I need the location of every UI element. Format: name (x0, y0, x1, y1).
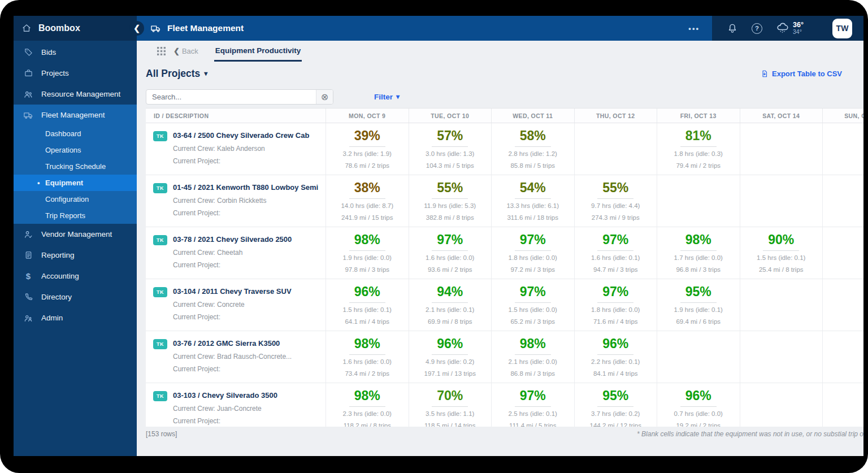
active-bullet-icon: • (37, 179, 40, 187)
truck-icon (150, 23, 161, 34)
sidebar-item-resource-management[interactable]: Resource Management (14, 84, 137, 105)
productivity-cell-blank (657, 175, 740, 227)
column-header-day: MON, OCT 9 (326, 109, 409, 123)
table-row[interactable]: TK03-76 / 2012 GMC Sierra K3500Current C… (146, 331, 863, 383)
productivity-percent: 97% (492, 284, 574, 300)
hours-idle-text: 14.0 hrs (idle: 8.7) (326, 202, 409, 209)
app-logo[interactable]: Boombox (14, 16, 137, 41)
sidebar-item-directory[interactable]: Directory (14, 287, 137, 307)
miles-trips-text: 104.3 mi / 5 trips (409, 162, 492, 169)
hours-idle-text: 2.1 hrs (idle: 0.1) (409, 306, 492, 313)
miles-trips-text: 197.1 mi / 13 trips (409, 370, 492, 377)
app-grid-icon[interactable] (157, 47, 166, 55)
search-clear-icon[interactable]: ⊗ (316, 90, 333, 104)
sidebar-subitem-equipment[interactable]: •Equipment (14, 175, 137, 191)
productivity-cell-blank (740, 279, 823, 331)
equipment-project: Current Project: (173, 417, 277, 425)
column-header-day: FRI, OCT 13 (657, 109, 740, 123)
user-avatar[interactable]: TW (832, 19, 852, 38)
productivity-cell-blank (822, 279, 863, 331)
sidebar-collapse-button[interactable]: ❮ (129, 21, 144, 36)
tabs-row: ❮ Back Equipment Productivity (137, 41, 863, 62)
hours-idle-text: 1.9 hrs (idle: 0.0) (326, 254, 409, 261)
sidebar-item-fleet-management[interactable]: Fleet Management (14, 105, 137, 125)
temperature-low: 34° (793, 29, 804, 35)
hours-idle-text: 2.2 hrs (idle: 0.1) (575, 358, 657, 365)
equipment-id-cell: TK01-45 / 2021 Kenworth T880 Lowboy Semi… (146, 175, 326, 227)
table-row[interactable]: TK03-78 / 2021 Chevy Silverado 2500Curre… (146, 227, 863, 279)
hours-idle-text: 3.5 hrs (idle: 1.1) (409, 410, 492, 417)
percent-divider (763, 250, 799, 251)
productivity-percent: 96% (657, 388, 740, 403)
sidebar-item-admin[interactable]: Admin (14, 307, 137, 328)
sidebar-group-fleet-management: Fleet ManagementDashboardOperationsTruck… (14, 105, 137, 224)
project-selector-dropdown[interactable]: All Projects ▾ (146, 68, 207, 80)
table-row[interactable]: TK03-104 / 2011 Chevy Traverse SUVCurren… (146, 279, 863, 331)
miles-trips-text: 111.4 mi / 5 trips (492, 422, 574, 427)
equipment-crew: Current Crew: Concrete (173, 301, 292, 309)
miles-trips-text: 64.1 mi / 4 trips (326, 318, 409, 325)
percent-divider (597, 406, 633, 407)
productivity-cell-blank (740, 383, 823, 427)
column-header-day: WED, OCT 11 (491, 109, 574, 123)
miles-trips-text: 84.1 mi / 4 trips (575, 370, 657, 377)
percent-divider (515, 146, 551, 147)
table-row[interactable]: TK03-103 / Chevy Silverado 3500Current C… (146, 383, 863, 427)
miles-trips-text: 97.2 mi / 3 trips (492, 266, 574, 273)
back-button[interactable]: ❮ Back (173, 47, 198, 55)
productivity-percent: 55% (575, 180, 657, 196)
sidebar-item-label: Projects (41, 69, 69, 77)
productivity-percent: 97% (575, 232, 657, 248)
sidebar-item-label: Vendor Management (41, 230, 112, 238)
back-label: Back (182, 47, 198, 55)
sidebar-subitem-trip-reports[interactable]: Trip Reports (14, 207, 137, 224)
sidebar-item-bids[interactable]: Bids (14, 42, 137, 63)
export-csv-button[interactable]: Export Table to CSV (761, 70, 842, 78)
hours-idle-text: 3.0 hrs (idle: 1.3) (409, 150, 492, 157)
sidebar-item-reporting[interactable]: Reporting (14, 245, 137, 266)
productivity-cell-blank (822, 383, 863, 427)
weather-widget[interactable]: 36° 34° (776, 21, 804, 35)
miles-trips-text: 73.4 mi / 2 trips (326, 370, 409, 377)
sidebar-item-vendor-management[interactable]: Vendor Management (14, 224, 137, 245)
sidebar-subitem-dashboard[interactable]: Dashboard (14, 125, 137, 142)
row-count: [153 rows] (146, 430, 177, 438)
tag-icon (23, 47, 33, 57)
filter-dropdown[interactable]: Filter ▾ (374, 93, 400, 101)
app-frame: Boombox ❮ BidsProjectsResource Managemen… (0, 0, 868, 473)
productivity-cell: 96%4.9 hrs (idle: 0.2)197.1 mi / 13 trip… (409, 331, 492, 383)
sidebar-subitem-label: Configuration (45, 195, 89, 203)
productivity-cell: 98%1.7 hrs (idle: 0.0)96.8 mi / 3 trips (657, 227, 740, 279)
hours-idle-text: 0.7 hrs (idle: 0.0) (657, 410, 740, 417)
help-icon[interactable]: ? (752, 23, 762, 34)
productivity-percent: 98% (326, 232, 409, 248)
sidebar-subitem-operations[interactable]: Operations (14, 142, 137, 158)
search-input[interactable] (146, 90, 316, 104)
hours-idle-text: 11.9 hrs (idle: 5.3) (409, 202, 492, 209)
project-row: All Projects ▾ Export Table to CSV (137, 62, 863, 85)
productivity-table: ID / DESCRIPTION MON, OCT 9TUE, OCT 10WE… (146, 108, 863, 427)
percent-divider (515, 354, 551, 355)
hours-idle-text: 1.6 hrs (idle: 0.0) (326, 358, 409, 365)
miles-trips-text: 97.8 mi / 3 trips (326, 266, 409, 273)
productivity-percent: 96% (575, 336, 657, 352)
miles-trips-text: 86.8 mi / 3 trips (492, 370, 574, 377)
search-box: ⊗ (146, 89, 333, 105)
equipment-type-badge: TK (153, 391, 167, 401)
sidebar-subitem-configuration[interactable]: Configuration (14, 191, 137, 207)
more-options-button[interactable]: ••• (688, 24, 700, 33)
table-row[interactable]: TK01-45 / 2021 Kenworth T880 Lowboy Semi… (146, 175, 863, 227)
sidebar-item-accounting[interactable]: $Accounting (14, 266, 137, 287)
productivity-cell-blank (657, 331, 740, 383)
equipment-text: 03-104 / 2011 Chevy Traverse SUVCurrent … (173, 287, 292, 326)
productivity-cell: 58%2.8 hrs (idle: 1.2)85.8 mi / 5 trips (491, 123, 574, 175)
sidebar-item-label: Directory (41, 293, 72, 301)
sidebar-item-label: Accounting (41, 272, 79, 280)
tab-equipment-productivity[interactable]: Equipment Productivity (214, 41, 302, 62)
sidebar-subitem-trucking-schedule[interactable]: Trucking Schedule (14, 158, 137, 175)
table-row[interactable]: TK03-64 / 2500 Chevy Silverado Crew CabC… (146, 123, 863, 175)
sidebar-item-projects[interactable]: Projects (14, 63, 137, 84)
notifications-bell-icon[interactable] (727, 23, 738, 34)
snow-cloud-icon (776, 21, 789, 35)
percent-divider (432, 354, 468, 355)
